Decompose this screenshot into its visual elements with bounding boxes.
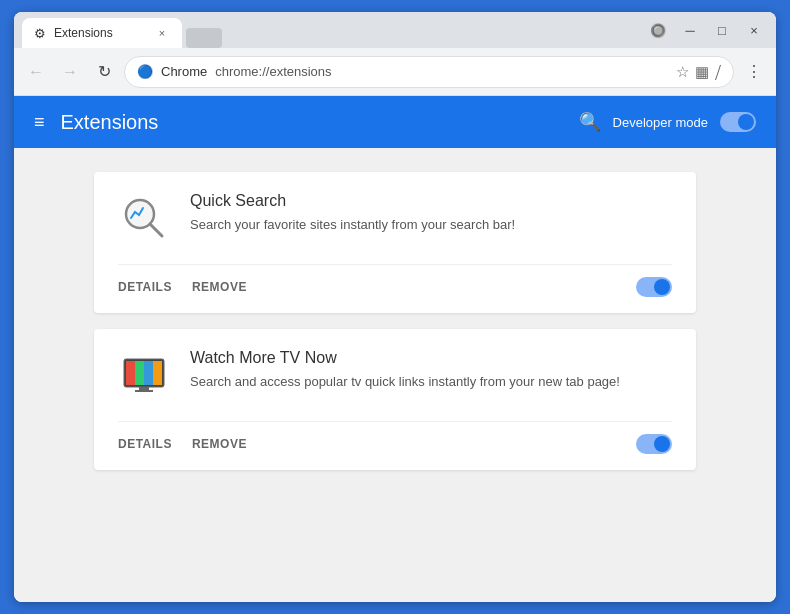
watch-tv-icon	[118, 349, 170, 401]
remove-button[interactable]: REMOVE	[192, 280, 247, 294]
svg-line-1	[150, 224, 162, 236]
address-url: chrome://extensions	[215, 64, 331, 79]
tab-favicon: ⚙	[34, 26, 46, 41]
svg-rect-4	[126, 361, 135, 385]
remove-button[interactable]: REMOVE	[192, 437, 247, 451]
extensions-content: firstcom Quick Search Search your f	[14, 148, 776, 602]
svg-rect-9	[135, 390, 153, 392]
developer-mode-toggle[interactable]	[720, 112, 756, 132]
svg-rect-5	[135, 361, 144, 385]
card-top: Quick Search Search your favorite sites …	[118, 192, 672, 244]
app-header: ≡ Extensions 🔍 Developer mode	[14, 96, 776, 148]
site-name: Chrome	[161, 64, 207, 79]
extension-description: Search your favorite sites instantly fro…	[190, 216, 672, 234]
toggle-knob	[738, 114, 754, 130]
card-bottom: DETAILS REMOVE	[118, 421, 672, 454]
extension-info: Watch More TV Now Search and access popu…	[190, 349, 672, 391]
browser-window: ⚙ Extensions × 🔘 ─ □ × ← → ↻ 🔵 Chrome ch…	[14, 12, 776, 602]
svg-rect-8	[139, 387, 149, 390]
extension-name: Quick Search	[190, 192, 672, 210]
extension-card: Watch More TV Now Search and access popu…	[94, 329, 696, 470]
details-button[interactable]: DETAILS	[118, 280, 172, 294]
tab-area: ⚙ Extensions ×	[22, 12, 640, 48]
extension-enable-toggle[interactable]	[636, 434, 672, 454]
minimize-button[interactable]: ─	[676, 16, 704, 44]
back-button[interactable]: ←	[22, 58, 50, 86]
browser-toolbar: ← → ↻ 🔵 Chrome chrome://extensions ☆ ▦ ⧸…	[14, 48, 776, 96]
quick-search-icon	[118, 192, 170, 244]
extension-enable-toggle[interactable]	[636, 277, 672, 297]
address-bar[interactable]: 🔵 Chrome chrome://extensions ☆ ▦ ⧸	[124, 56, 734, 88]
active-tab[interactable]: ⚙ Extensions ×	[22, 18, 182, 48]
title-bar: ⚙ Extensions × 🔘 ─ □ ×	[14, 12, 776, 48]
close-button[interactable]: ×	[740, 16, 768, 44]
card-bottom: DETAILS REMOVE	[118, 264, 672, 297]
details-button[interactable]: DETAILS	[118, 437, 172, 451]
extension-toggle-area	[636, 277, 672, 297]
extension-grid-icon[interactable]: ▦	[695, 63, 709, 81]
cast-icon[interactable]: ⧸	[715, 63, 721, 81]
extension-card: Quick Search Search your favorite sites …	[94, 172, 696, 313]
site-secure-icon: 🔵	[137, 64, 153, 79]
extension-toggle-area	[636, 434, 672, 454]
extension-name: Watch More TV Now	[190, 349, 672, 367]
app-title: Extensions	[61, 111, 159, 134]
omnibox-actions: ☆ ▦ ⧸	[676, 63, 721, 81]
svg-rect-6	[144, 361, 153, 385]
svg-rect-7	[153, 361, 162, 385]
extension-info: Quick Search Search your favorite sites …	[190, 192, 672, 234]
card-top: Watch More TV Now Search and access popu…	[118, 349, 672, 401]
search-icon[interactable]: 🔍	[579, 111, 601, 133]
account-icon[interactable]: 🔘	[644, 16, 672, 44]
reload-button[interactable]: ↻	[90, 58, 118, 86]
menu-button[interactable]: ⋮	[740, 58, 768, 86]
new-tab-button[interactable]	[186, 28, 222, 48]
extension-description: Search and access popular tv quick links…	[190, 373, 672, 391]
toggle-knob	[654, 436, 670, 452]
maximize-button[interactable]: □	[708, 16, 736, 44]
toggle-knob	[654, 279, 670, 295]
sidebar-menu-icon[interactable]: ≡	[34, 112, 45, 133]
bookmark-icon[interactable]: ☆	[676, 63, 689, 81]
tab-label: Extensions	[54, 26, 113, 40]
window-controls: 🔘 ─ □ ×	[644, 16, 768, 44]
developer-mode-label: Developer mode	[613, 115, 708, 130]
header-right: 🔍 Developer mode	[579, 111, 756, 133]
forward-button[interactable]: →	[56, 58, 84, 86]
tab-close-button[interactable]: ×	[154, 25, 170, 41]
